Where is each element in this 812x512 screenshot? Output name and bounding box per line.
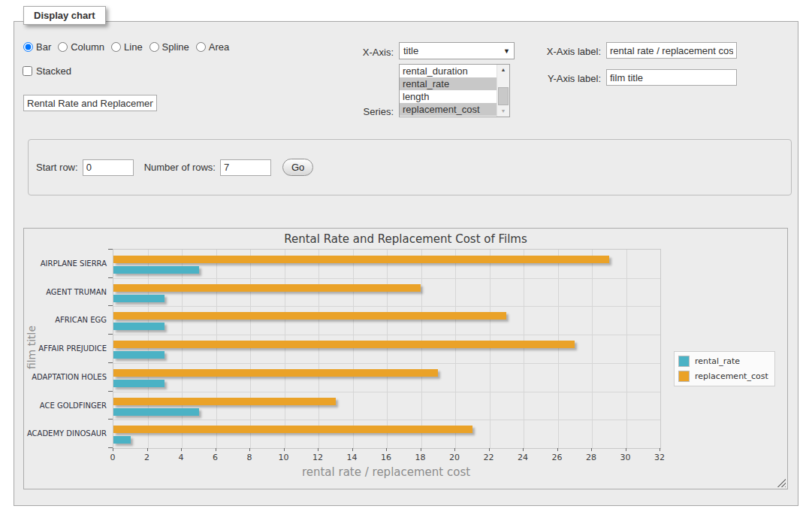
gridline — [455, 250, 456, 448]
chart-title-input[interactable] — [23, 95, 157, 111]
chart-type-radio-area[interactable] — [196, 42, 206, 52]
bar-rental_rate — [113, 408, 199, 416]
x-tick-mark — [249, 448, 250, 451]
legend-swatch — [678, 356, 690, 367]
category-label: AGENT TRUMAN — [24, 288, 107, 296]
x-tick-label: 6 — [213, 453, 218, 462]
chart-type-option-spline[interactable]: Spline — [149, 41, 189, 53]
chart-type-option-line[interactable]: Line — [111, 41, 143, 53]
bar-replacement_cost — [113, 341, 575, 348]
y-tick-mark — [108, 419, 113, 420]
x-axis-select-value: title — [403, 45, 418, 56]
series-option-replacement_cost[interactable]: replacement_cost — [400, 103, 497, 116]
x-tick-mark — [386, 448, 387, 451]
scroll-down-icon[interactable]: ▼ — [497, 107, 509, 116]
chart-type-option-label: Line — [124, 41, 143, 53]
y-tick-mark — [108, 447, 113, 448]
x-tick-label: 24 — [518, 453, 528, 462]
x-tick-label: 14 — [347, 453, 358, 462]
x-tick-mark — [113, 448, 113, 451]
x-tick-label: 32 — [654, 453, 665, 462]
chart-type-radio-group: BarColumnLineSplineArea — [23, 41, 229, 53]
number-of-rows-input[interactable] — [220, 159, 271, 176]
y-axis-label-caption: Y-Axis label: — [548, 73, 601, 84]
chart-type-radio-column[interactable] — [58, 42, 68, 52]
x-tick-mark — [421, 448, 421, 451]
y-tick-mark — [108, 277, 113, 278]
series-option-length[interactable]: length — [400, 90, 497, 103]
y-tick-mark — [108, 249, 113, 250]
gridline — [490, 250, 491, 448]
gridline — [592, 250, 593, 448]
x-tick-mark — [626, 448, 626, 451]
bar-replacement_cost — [113, 398, 336, 405]
x-tick-label: 0 — [110, 453, 116, 462]
gridline — [148, 250, 149, 448]
chart-title: Rental Rate and Replacement Cost of Film… — [24, 232, 787, 246]
x-tick-label: 22 — [484, 453, 494, 462]
chart-type-option-bar[interactable]: Bar — [23, 41, 51, 53]
x-tick-mark — [557, 448, 558, 451]
resize-handle[interactable] — [777, 478, 786, 487]
x-tick-label: 26 — [552, 453, 563, 462]
series-option-rental_rate[interactable]: rental_rate — [400, 77, 497, 90]
bar-replacement_cost — [113, 284, 421, 292]
x-tick-mark — [523, 448, 524, 451]
x-axis-label-input[interactable] — [606, 42, 737, 59]
x-tick-mark — [591, 448, 592, 451]
go-button[interactable]: Go — [282, 159, 313, 176]
bar-rental_rate — [113, 436, 131, 444]
number-of-rows-label: Number of rows: — [144, 162, 216, 173]
category-label: ACE GOLDFINGER — [24, 401, 107, 410]
series-listbox[interactable]: rental_durationrental_ratelengthreplacem… — [399, 64, 510, 117]
category-label: AIRPLANE SIERRA — [24, 259, 107, 268]
x-tick-mark — [216, 448, 216, 451]
x-tick-mark — [318, 448, 318, 451]
bar-rental_rate — [113, 323, 165, 330]
legend-swatch — [678, 371, 690, 382]
chart-legend: rental_ratereplacement_cost — [674, 351, 775, 386]
chart-type-option-area[interactable]: Area — [196, 41, 229, 53]
legend-item-replacement_cost: replacement_cost — [678, 371, 768, 382]
x-tick-mark — [147, 448, 148, 451]
chart-type-radio-line[interactable] — [111, 42, 121, 52]
bar-replacement_cost — [113, 312, 506, 320]
gridline — [524, 250, 524, 448]
gridline — [113, 278, 660, 279]
scroll-up-icon[interactable]: ▲ — [497, 65, 509, 74]
x-axis-label: X-Axis: — [363, 47, 394, 58]
chart-type-radio-bar[interactable] — [23, 42, 33, 52]
x-tick-label: 8 — [247, 453, 252, 462]
x-tick-label: 20 — [449, 453, 460, 462]
gridline — [113, 392, 660, 392]
x-tick-label: 4 — [179, 453, 184, 462]
legend-label: rental_rate — [695, 356, 740, 366]
display-chart-fieldset: Display chart BarColumnLineSplineArea St… — [14, 21, 798, 506]
fieldset-legend: Display chart — [23, 6, 106, 25]
stacked-checkbox[interactable] — [23, 66, 32, 76]
category-label: ADAPTATION HOLES — [24, 373, 107, 381]
x-tick-label: 2 — [144, 453, 149, 462]
bar-replacement_cost — [113, 369, 438, 377]
chevron-down-icon: ▼ — [503, 43, 510, 59]
chart-type-option-column[interactable]: Column — [58, 41, 104, 53]
chart-type-option-label: Column — [71, 41, 104, 53]
bar-rental_rate — [113, 380, 165, 387]
y-axis-label-input[interactable] — [606, 69, 737, 86]
series-options: rental_durationrental_ratelengthreplacem… — [400, 65, 497, 116]
x-axis-select[interactable]: title ▼ — [399, 42, 515, 59]
chart-type-option-label: Bar — [36, 41, 51, 53]
start-row-input[interactable] — [83, 159, 134, 176]
scrollbar-thumb[interactable] — [498, 87, 509, 105]
x-tick-label: 16 — [381, 453, 391, 462]
category-label: AFFAIR PREJUDICE — [24, 344, 107, 353]
chart-type-radio-spline[interactable] — [149, 42, 159, 52]
gridline — [558, 250, 559, 448]
gridline — [353, 250, 354, 448]
gridline — [113, 363, 660, 364]
series-scrollbar[interactable]: ▲ ▼ — [497, 65, 509, 117]
gridline — [626, 250, 627, 448]
gridline — [318, 250, 319, 448]
series-option-rental_duration[interactable]: rental_duration — [400, 65, 497, 77]
stacked-checkbox-row[interactable]: Stacked — [23, 65, 71, 77]
